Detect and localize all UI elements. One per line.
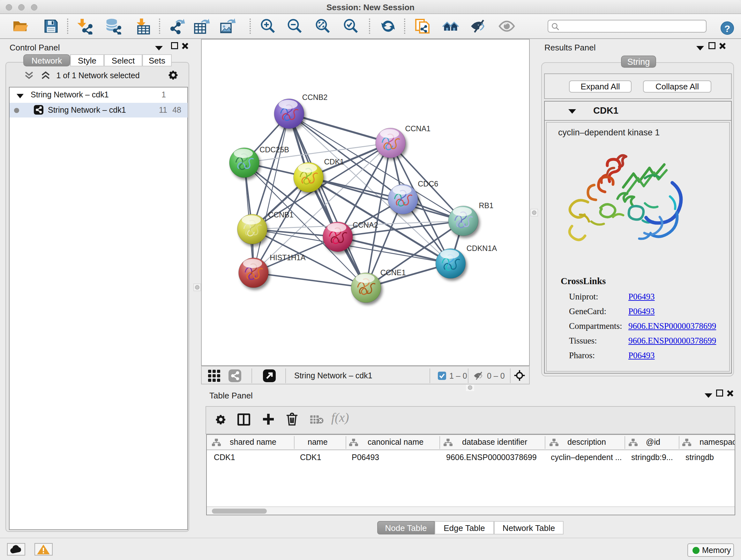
svg-text:CCNB1: CCNB1: [268, 211, 293, 219]
svg-text:RB1: RB1: [479, 201, 494, 210]
svg-text:CCNA2: CCNA2: [353, 221, 378, 229]
svg-text:CDK1: CDK1: [324, 158, 344, 166]
svg-text:HIST1H1A: HIST1H1A: [270, 253, 306, 262]
svg-text:CDC6: CDC6: [418, 180, 438, 188]
svg-text:CCNB2: CCNB2: [302, 93, 328, 102]
svg-text:CDC25B: CDC25B: [259, 145, 289, 154]
svg-text:CDKN1A: CDKN1A: [467, 244, 497, 253]
svg-text:CCNA1: CCNA1: [405, 125, 431, 133]
svg-text:CCNE1: CCNE1: [381, 268, 406, 277]
